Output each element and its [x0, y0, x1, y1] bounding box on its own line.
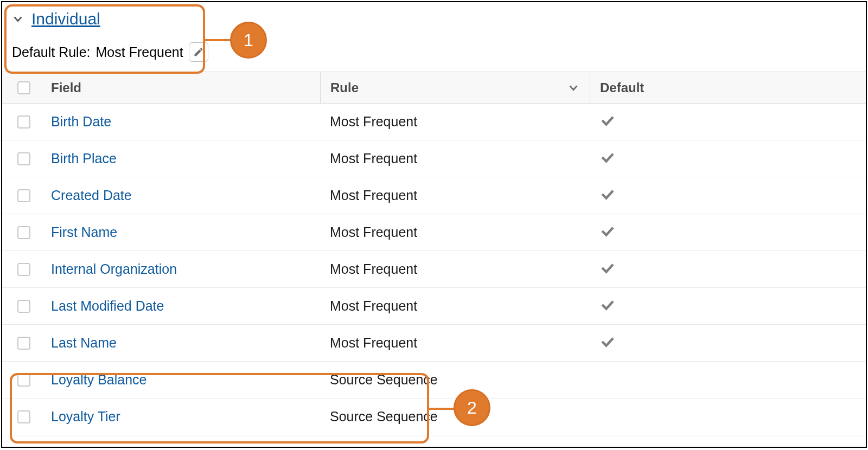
row-default-col — [590, 177, 866, 214]
main-frame: Individual Default Rule: Most Frequent F… — [1, 1, 867, 448]
row-checkbox[interactable] — [17, 337, 30, 350]
row-field-col: First Name — [46, 224, 320, 240]
row-field-col: Created Date — [46, 188, 320, 203]
row-default-col — [590, 140, 866, 177]
row-checkbox[interactable] — [17, 115, 30, 128]
row-rule-value: Most Frequent — [330, 188, 417, 203]
field-link[interactable]: Last Modified Date — [51, 298, 164, 314]
header-field[interactable]: Field — [46, 80, 320, 95]
table-row: Last Modified DateMost Frequent — [2, 288, 866, 325]
annotation-line-1 — [205, 39, 232, 41]
annotation-line-2 — [429, 408, 456, 410]
annotation-callout-1 — [4, 4, 205, 74]
row-default-col — [590, 325, 866, 361]
check-icon — [599, 297, 616, 316]
row-rule-col: Most Frequent — [320, 251, 590, 287]
check-icon — [599, 149, 616, 169]
row-default-col — [590, 104, 866, 140]
row-field-col: Internal Organization — [46, 261, 320, 277]
row-check-col — [2, 152, 46, 165]
check-icon — [599, 112, 616, 132]
field-link[interactable]: Last Name — [51, 335, 117, 351]
table-row: Last NameMost Frequent — [2, 325, 866, 362]
field-link[interactable]: Birth Place — [51, 151, 117, 166]
field-link[interactable]: Internal Organization — [51, 261, 177, 277]
row-check-col — [2, 263, 46, 276]
header-rule[interactable]: Rule — [320, 72, 590, 103]
table-header: Field Rule Default — [2, 72, 866, 104]
field-link[interactable]: Created Date — [51, 188, 132, 203]
row-default-col — [590, 214, 866, 250]
chevron-down-icon — [567, 81, 580, 94]
row-checkbox[interactable] — [17, 189, 30, 202]
annotation-badge-2: 2 — [454, 389, 490, 426]
row-checkbox[interactable] — [17, 300, 30, 313]
table-row: Created DateMost Frequent — [2, 177, 866, 214]
row-field-col: Last Modified Date — [46, 298, 320, 314]
row-rule-col: Most Frequent — [320, 177, 590, 214]
annotation-badge-1: 1 — [230, 22, 267, 59]
annotation-callout-2 — [10, 373, 429, 443]
row-default-col — [590, 398, 866, 435]
table-row: Birth PlaceMost Frequent — [2, 140, 866, 177]
field-link[interactable]: Birth Date — [51, 114, 111, 130]
row-default-col — [590, 362, 866, 398]
row-check-col — [2, 337, 46, 350]
row-rule-col: Most Frequent — [320, 140, 590, 177]
row-default-col — [590, 251, 866, 287]
header-check-col — [2, 81, 46, 94]
row-check-col — [2, 300, 46, 313]
row-rule-value: Most Frequent — [330, 114, 417, 130]
row-checkbox[interactable] — [17, 152, 30, 165]
header-default[interactable]: Default — [590, 72, 866, 103]
check-icon — [599, 260, 616, 279]
field-link[interactable]: First Name — [51, 224, 117, 240]
row-check-col — [2, 115, 46, 128]
row-field-col: Last Name — [46, 335, 320, 351]
row-rule-value: Most Frequent — [330, 335, 417, 351]
table-row: Internal OrganizationMost Frequent — [2, 251, 866, 288]
row-rule-value: Most Frequent — [330, 151, 417, 166]
row-rule-col: Most Frequent — [320, 325, 590, 361]
row-field-col: Birth Place — [46, 151, 320, 166]
row-rule-col: Most Frequent — [320, 288, 590, 324]
row-rule-value: Most Frequent — [330, 261, 417, 277]
row-default-col — [590, 288, 866, 324]
check-icon — [599, 223, 616, 242]
table-row: First NameMost Frequent — [2, 214, 866, 251]
table-row: Birth DateMost Frequent — [2, 104, 866, 140]
row-field-col: Birth Date — [46, 114, 320, 130]
check-icon — [599, 186, 616, 205]
row-check-col — [2, 226, 46, 239]
row-rule-value: Most Frequent — [330, 298, 417, 314]
row-rule-value: Most Frequent — [330, 224, 417, 240]
check-icon — [599, 333, 616, 353]
select-all-checkbox[interactable] — [17, 81, 30, 94]
header-rule-label: Rule — [330, 80, 359, 95]
row-checkbox[interactable] — [17, 263, 30, 276]
row-check-col — [2, 189, 46, 202]
row-rule-col: Most Frequent — [320, 104, 590, 140]
row-checkbox[interactable] — [17, 226, 30, 239]
row-rule-col: Most Frequent — [320, 214, 590, 250]
